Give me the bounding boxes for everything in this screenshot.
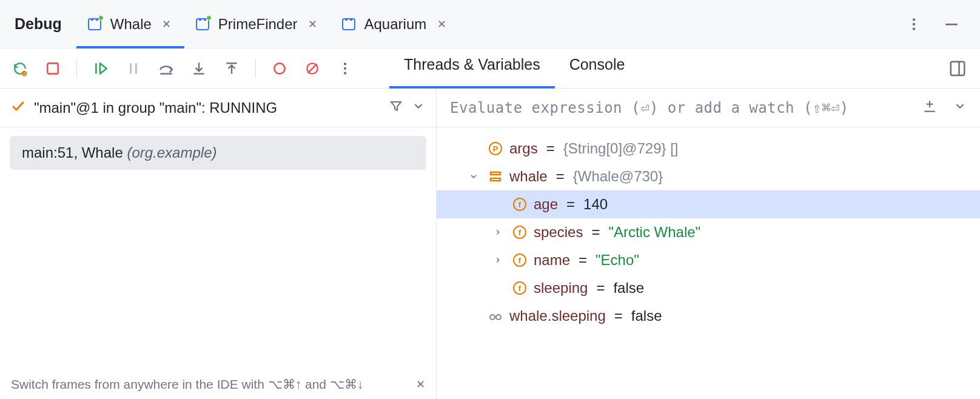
resume-icon[interactable] <box>92 59 110 78</box>
debug-tabbar: Debug Whale ✕ PrimeFinder ✕ Aquarium ✕ <box>0 0 980 49</box>
watch-icon <box>488 308 503 324</box>
variable-row-sleeping[interactable]: f sleeping = false <box>437 274 980 302</box>
app-icon <box>195 17 210 32</box>
variable-value: {Whale@730} <box>573 168 663 185</box>
hint-text: Switch frames from anywhere in the IDE w… <box>11 377 363 392</box>
stack-frame-package: (org.example) <box>127 144 216 161</box>
step-into-icon[interactable] <box>190 59 208 78</box>
debug-toolbar: Threads & Variables Console <box>0 49 980 89</box>
more-icon[interactable] <box>904 14 924 35</box>
variable-value: {String[0]@729} [] <box>563 140 679 157</box>
thread-dropdown-icon[interactable] <box>412 99 425 116</box>
filter-icon[interactable] <box>389 99 403 117</box>
field-icon: f <box>512 224 528 240</box>
variable-value: "Echo" <box>596 252 639 269</box>
tab-console[interactable]: Console <box>555 49 640 88</box>
chevron-down-icon[interactable] <box>466 172 482 181</box>
svg-rect-2 <box>96 19 98 21</box>
svg-point-16 <box>274 63 284 73</box>
chevron-right-icon[interactable] <box>490 228 506 236</box>
variable-row-args[interactable]: P args = {String[0]@729} [] <box>437 135 980 163</box>
chevron-right-icon[interactable] <box>490 256 506 264</box>
stack-frame-location: main:51, Whale <box>22 144 127 161</box>
variable-name: whale.sleeping <box>509 307 606 324</box>
object-icon <box>488 169 503 184</box>
toolbar-more-icon[interactable] <box>336 59 354 78</box>
svg-point-9 <box>913 18 915 21</box>
rerun-icon[interactable] <box>11 59 29 78</box>
close-icon[interactable]: ✕ <box>306 18 320 31</box>
variable-name: age <box>534 196 558 213</box>
panel-title: Debug <box>4 15 76 33</box>
close-hint-icon[interactable]: ✕ <box>416 378 425 391</box>
svg-rect-7 <box>345 19 347 21</box>
tab-label: Whale <box>110 16 152 33</box>
svg-rect-5 <box>204 19 206 21</box>
tab-threads-variables[interactable]: Threads & Variables <box>389 49 555 88</box>
variable-name: whale <box>509 168 548 185</box>
thread-status: "main"@1 in group "main": RUNNING <box>34 99 277 116</box>
svg-point-19 <box>344 67 346 69</box>
variable-value: false <box>613 280 644 297</box>
close-icon[interactable]: ✕ <box>160 18 173 31</box>
svg-rect-21 <box>951 61 965 75</box>
watch-row[interactable]: whale.sleeping = false <box>437 302 980 330</box>
svg-rect-12 <box>945 23 958 25</box>
svg-rect-8 <box>350 19 352 21</box>
pause-icon[interactable] <box>124 59 143 78</box>
add-watch-icon[interactable] <box>922 98 938 118</box>
stop-icon[interactable] <box>44 59 62 78</box>
view-breakpoints-icon[interactable] <box>270 59 289 78</box>
run-tab-aquarium[interactable]: Aquarium ✕ <box>331 0 460 48</box>
variable-row-name[interactable]: f name = "Echo" <box>437 246 980 274</box>
svg-point-18 <box>344 62 346 65</box>
field-icon: f <box>512 252 528 268</box>
app-icon <box>87 17 102 32</box>
close-icon[interactable]: ✕ <box>435 18 448 31</box>
svg-text:P: P <box>493 144 498 153</box>
mute-breakpoints-icon[interactable] <box>303 59 321 78</box>
svg-rect-25 <box>491 178 500 181</box>
svg-point-14 <box>24 72 25 74</box>
field-icon: f <box>512 196 528 212</box>
variable-row-whale[interactable]: whale = {Whale@730} <box>437 163 980 190</box>
svg-rect-4 <box>199 19 201 21</box>
svg-text:f: f <box>519 200 522 209</box>
svg-point-34 <box>490 315 495 320</box>
svg-point-10 <box>913 22 915 25</box>
svg-rect-24 <box>491 172 500 175</box>
expand-dropdown-icon[interactable] <box>953 99 967 116</box>
stack-frame[interactable]: main:51, Whale (org.example) <box>10 136 426 170</box>
svg-rect-15 <box>47 63 58 73</box>
svg-text:f: f <box>519 284 522 293</box>
svg-point-20 <box>344 72 346 74</box>
frames-hint: Switch frames from anywhere in the IDE w… <box>0 370 436 399</box>
variable-name: species <box>534 224 583 241</box>
run-tab-whale[interactable]: Whale ✕ <box>76 0 184 48</box>
field-icon: f <box>512 280 528 296</box>
svg-rect-3 <box>196 19 209 30</box>
variable-value: "Arctic Whale" <box>608 224 700 241</box>
svg-text:f: f <box>519 228 522 237</box>
tab-label: PrimeFinder <box>218 16 298 33</box>
svg-rect-6 <box>343 19 355 30</box>
svg-rect-0 <box>89 19 101 30</box>
variable-value: 140 <box>583 196 608 213</box>
variable-name: sleeping <box>534 280 588 297</box>
svg-point-35 <box>496 315 501 320</box>
step-over-icon[interactable] <box>157 59 175 78</box>
variable-name: args <box>509 140 538 157</box>
minimize-icon[interactable] <box>941 14 962 35</box>
variable-name: name <box>534 252 570 269</box>
parameter-icon: P <box>488 141 503 156</box>
run-tab-primefinder[interactable]: PrimeFinder ✕ <box>184 0 331 48</box>
variable-row-species[interactable]: f species = "Arctic Whale" <box>437 218 980 246</box>
variable-row-age[interactable]: f age = 140 <box>437 190 980 218</box>
thread-running-icon <box>11 99 25 117</box>
evaluate-expression-input[interactable]: Evaluate expression (⏎) or add a watch (… <box>450 99 913 116</box>
layout-settings-icon[interactable] <box>948 59 967 78</box>
app-icon <box>341 17 356 32</box>
svg-rect-1 <box>91 19 93 21</box>
svg-text:f: f <box>519 256 522 265</box>
step-out-icon[interactable] <box>223 59 241 78</box>
